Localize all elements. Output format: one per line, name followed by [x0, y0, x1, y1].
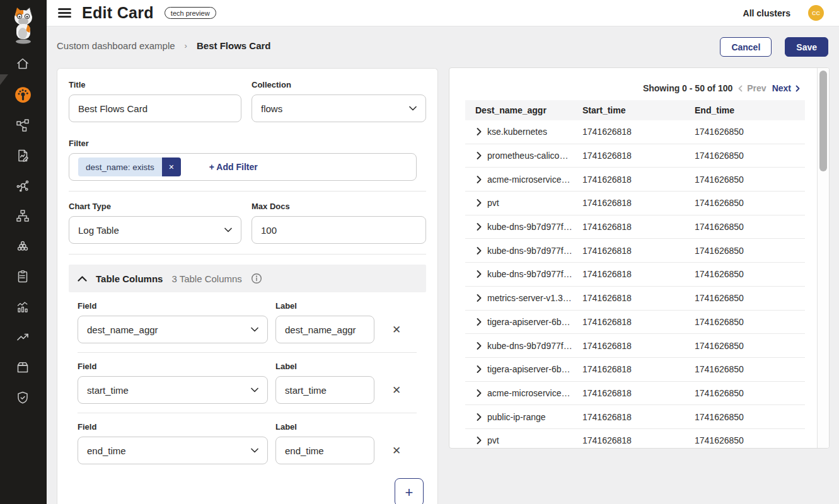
topbar: Edit Card tech preview All clusters CC	[47, 0, 839, 26]
remove-column-button[interactable]: ✕	[390, 316, 403, 343]
label-input[interactable]	[276, 437, 374, 464]
add-filter-link[interactable]: + Add Filter	[209, 162, 258, 172]
field-label: Field	[78, 422, 268, 432]
chevron-down-icon	[409, 106, 417, 111]
expand-row-icon[interactable]	[477, 318, 482, 326]
section-divider	[69, 191, 426, 192]
row-divider	[78, 413, 417, 413]
table-row: acme-microservice… 1741626818 1741626850	[465, 382, 805, 406]
cancel-button[interactable]: Cancel	[720, 37, 772, 57]
label-input[interactable]	[276, 377, 374, 403]
expand-row-icon[interactable]	[477, 437, 482, 444]
sidebar-item-package[interactable]	[14, 358, 32, 376]
collection-select[interactable]: flows	[252, 94, 426, 122]
title-label: Title	[69, 80, 241, 89]
field-label: Field	[78, 362, 268, 371]
sidebar-item-service-graph[interactable]	[14, 177, 32, 195]
expand-row-icon[interactable]	[477, 365, 482, 373]
table-row: public-ip-range 1741626818 1741626850	[465, 405, 805, 429]
expand-row-icon[interactable]	[477, 199, 482, 207]
shield-check-icon	[15, 390, 30, 405]
sidebar-item-home[interactable]	[14, 55, 32, 72]
sidebar-item-trending[interactable]	[14, 328, 32, 346]
collapse-caret-icon[interactable]	[78, 276, 87, 282]
clipboard-policies-icon	[15, 269, 30, 284]
cluster-selector[interactable]: All clusters	[743, 8, 790, 18]
column-header: Start_time	[579, 105, 691, 115]
remove-column-button[interactable]: ✕	[390, 437, 403, 464]
expand-row-icon[interactable]	[477, 294, 482, 302]
active-section-wedge	[0, 74, 8, 85]
scrollbar-thumb[interactable]	[819, 71, 827, 171]
field-select[interactable]: dest_name_aggr	[78, 316, 268, 343]
label-input[interactable]	[276, 316, 374, 343]
remove-filter-icon[interactable]: ✕	[162, 158, 181, 176]
label-label: Label	[275, 422, 374, 432]
trending-icon	[15, 329, 30, 345]
add-column-button[interactable]: +	[395, 478, 424, 504]
max-docs-input[interactable]	[252, 217, 425, 243]
sidebar-item-policies[interactable]	[14, 268, 32, 285]
expand-row-icon[interactable]	[477, 152, 482, 159]
field-label: Field	[78, 301, 268, 311]
expand-row-icon[interactable]	[477, 176, 482, 183]
expand-row-icon[interactable]	[477, 413, 482, 421]
remove-column-button[interactable]: ✕	[390, 376, 403, 404]
table-row: kse.kubernetes 1741626818 1741626850	[465, 120, 805, 144]
clusters-honeycomb-icon	[15, 239, 30, 254]
table-column-row: Field dest_name_aggr Label ✕	[78, 301, 426, 343]
collection-label: Collection	[252, 80, 426, 89]
network-sets-icon	[15, 118, 30, 133]
table-columns-title: Table Columns	[96, 273, 163, 284]
section-divider	[69, 254, 426, 255]
sidebar-item-dashboards[interactable]	[14, 86, 32, 103]
chevron-right-icon	[796, 85, 800, 92]
title-input[interactable]	[69, 95, 241, 122]
max-docs-label: Max Docs	[252, 202, 426, 211]
calico-cat-logo[interactable]	[8, 5, 38, 48]
sidebar-item-tree[interactable]	[14, 207, 32, 225]
sidebar-item-security[interactable]	[14, 389, 32, 406]
scrollbar-track[interactable]	[817, 68, 829, 448]
column-header: End_time	[691, 105, 805, 115]
sidebar-item-network-sets[interactable]	[14, 117, 32, 134]
breadcrumb-separator-icon: ›	[185, 41, 187, 50]
filter-chip: dest_name: exists ✕	[78, 158, 181, 176]
field-select[interactable]: start_time	[78, 376, 268, 404]
expand-row-icon[interactable]	[477, 270, 482, 278]
label-label: Label	[275, 301, 374, 311]
expand-row-icon[interactable]	[477, 389, 482, 397]
package-icon	[15, 360, 30, 375]
table-row: kube-dns-9b7d977f… 1741626818 1741626850	[465, 334, 805, 358]
table-row: kube-dns-9b7d977f… 1741626818 1741626850	[465, 215, 805, 239]
next-page-button[interactable]: Next	[772, 83, 800, 93]
chevron-down-icon	[224, 227, 232, 232]
expand-row-icon[interactable]	[477, 342, 482, 350]
sidebar-item-clusters[interactable]	[14, 238, 32, 255]
chevron-down-icon	[251, 448, 258, 453]
expand-row-icon[interactable]	[477, 247, 482, 255]
chart-type-select[interactable]: Log Table	[69, 216, 241, 244]
chevron-down-icon	[251, 327, 258, 332]
prev-page-button[interactable]: Prev	[738, 83, 766, 93]
showing-count: Showing 0 - 50 of 100	[643, 83, 732, 93]
expand-row-icon[interactable]	[477, 223, 482, 231]
chevron-down-icon	[251, 387, 258, 392]
expand-row-icon[interactable]	[477, 128, 482, 135]
table-header-row: Dest_name_aggr Start_time End_time	[465, 100, 805, 120]
hamburger-menu-icon[interactable]	[58, 8, 71, 18]
sidebar-item-analytics[interactable]	[14, 298, 32, 316]
save-button[interactable]: Save	[785, 37, 828, 57]
table-row: acme-microservice… 1741626818 1741626850	[465, 168, 805, 192]
sidebar-item-logs[interactable]	[14, 147, 32, 164]
field-select[interactable]: end_time	[78, 437, 268, 464]
avatar[interactable]: CC	[808, 5, 824, 21]
info-icon[interactable]	[251, 273, 262, 284]
breadcrumb-parent[interactable]: Custom dashboard example	[57, 40, 175, 51]
filter-chip-text: dest_name: exists	[78, 158, 162, 176]
dashboards-gauge-icon	[14, 86, 32, 103]
sidebar	[0, 0, 47, 504]
service-graph-icon	[15, 178, 30, 193]
table-columns-header[interactable]: Table Columns 3 Table Columns	[69, 265, 426, 292]
table-column-row: Field end_time Label ✕	[78, 422, 426, 464]
